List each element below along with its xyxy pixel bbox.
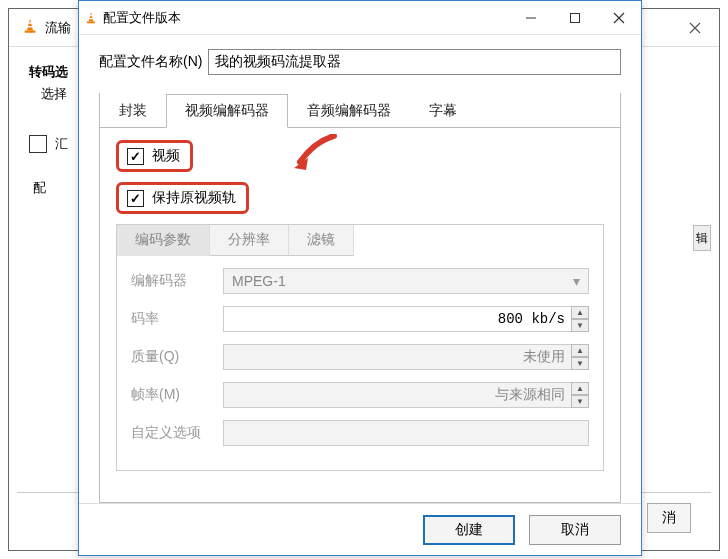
svg-rect-1: [29, 22, 32, 24]
profile-dialog: 配置文件版本 配置文件名称(N) 封装 视频编解码器 音频编解码器 字幕 视: [78, 0, 642, 556]
svg-rect-3: [25, 31, 36, 33]
profile-name-input[interactable]: [208, 49, 621, 75]
bitrate-spinner: ▲ ▼: [571, 306, 589, 332]
inner-tabbar: 编码参数 分辨率 滤镜: [117, 225, 603, 256]
video-checkbox-label: 视频: [152, 147, 180, 165]
dialog-footer: 创建 取消: [79, 503, 641, 555]
svg-marker-0: [27, 19, 33, 31]
bg-checkbox[interactable]: [29, 135, 47, 153]
bg-chk-label: 汇: [55, 135, 68, 153]
svg-rect-2: [28, 26, 33, 28]
quality-down[interactable]: ▼: [571, 357, 589, 370]
bitrate-down[interactable]: ▼: [571, 319, 589, 332]
outer-tabbar: 封装 视频编解码器 音频编解码器 字幕: [100, 93, 620, 128]
inner-tab-filter[interactable]: 滤镜: [289, 225, 354, 256]
tab-subtitles[interactable]: 字幕: [410, 94, 476, 128]
highlight-keep-original-checkbox: 保持原视频轨: [116, 182, 249, 214]
quality-input[interactable]: 未使用: [223, 344, 572, 370]
framerate-spinner: ▲ ▼: [571, 382, 589, 408]
bg-cancel-partial[interactable]: 消: [647, 503, 691, 533]
bitrate-input[interactable]: 800 kb/s: [223, 306, 572, 332]
titlebar: 配置文件版本: [79, 1, 641, 35]
vlc-icon: [21, 17, 39, 38]
inner-tab-container: 编码参数 分辨率 滤镜 编解码器 MPEG-1 码率 800 kb/s: [116, 224, 604, 471]
name-row: 配置文件名称(N): [99, 49, 621, 75]
encoding-params-panel: 编解码器 MPEG-1 码率 800 kb/s ▲ ▼: [117, 256, 603, 470]
svg-rect-5: [90, 15, 92, 16]
tab-video-codec[interactable]: 视频编解码器: [166, 94, 288, 128]
dialog-icon: [79, 11, 103, 25]
inner-tab-encoding[interactable]: 编码参数: [117, 225, 210, 256]
codec-dropdown[interactable]: MPEG-1: [223, 268, 589, 294]
dialog-title: 配置文件版本: [103, 9, 509, 27]
svg-marker-4: [89, 12, 94, 21]
maximize-button[interactable]: [553, 3, 597, 33]
svg-rect-6: [89, 18, 93, 19]
bg-title: 流输: [45, 19, 71, 37]
framerate-down[interactable]: ▼: [571, 395, 589, 408]
framerate-up[interactable]: ▲: [571, 382, 589, 395]
bg-close-button[interactable]: [671, 9, 719, 47]
cancel-button[interactable]: 取消: [529, 515, 621, 545]
name-label: 配置文件名称(N): [99, 53, 202, 71]
quality-up[interactable]: ▲: [571, 344, 589, 357]
framerate-input[interactable]: 与来源相同: [223, 382, 572, 408]
tab-audio-codec[interactable]: 音频编解码器: [288, 94, 410, 128]
bitrate-label: 码率: [131, 310, 223, 328]
create-button[interactable]: 创建: [423, 515, 515, 545]
close-button[interactable]: [597, 3, 641, 33]
quality-label: 质量(Q): [131, 348, 223, 366]
dialog-content: 配置文件名称(N) 封装 视频编解码器 音频编解码器 字幕 视频: [79, 35, 641, 503]
tab-encapsulation[interactable]: 封装: [100, 94, 166, 128]
quality-spinner: ▲ ▼: [571, 344, 589, 370]
keep-original-checkbox[interactable]: [127, 190, 144, 207]
svg-rect-9: [571, 13, 580, 22]
highlight-video-checkbox: 视频: [116, 140, 193, 172]
video-tab-content: 视频 保持原视频轨: [100, 128, 620, 481]
codec-label: 编解码器: [131, 272, 223, 290]
keep-original-label: 保持原视频轨: [152, 189, 236, 207]
bg-edit-button-partial[interactable]: 辑: [693, 225, 711, 251]
red-arrow-annotation: [294, 134, 340, 175]
bitrate-up[interactable]: ▲: [571, 306, 589, 319]
inner-tab-resolution[interactable]: 分辨率: [210, 225, 289, 256]
custom-label: 自定义选项: [131, 424, 223, 442]
minimize-button[interactable]: [509, 3, 553, 33]
video-checkbox[interactable]: [127, 148, 144, 165]
framerate-label: 帧率(M): [131, 386, 223, 404]
custom-options-input[interactable]: [223, 420, 589, 446]
svg-rect-7: [87, 21, 95, 23]
outer-tab-container: 封装 视频编解码器 音频编解码器 字幕 视频: [99, 93, 621, 503]
